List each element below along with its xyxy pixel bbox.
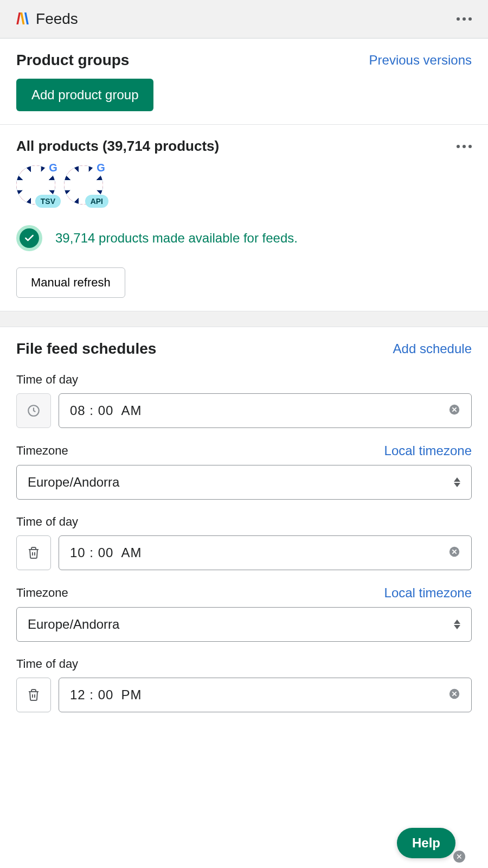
time-input[interactable]: 10 : 00AM: [59, 535, 472, 570]
status-text: 39,714 products made available for feeds…: [55, 231, 298, 246]
clock-icon: [16, 393, 51, 428]
select-chevron-icon: [454, 477, 460, 487]
select-chevron-icon: [454, 620, 460, 629]
app-logo: /\\: [16, 10, 28, 28]
clear-icon[interactable]: [448, 404, 460, 418]
google-icon: G: [93, 160, 108, 175]
add-schedule-link[interactable]: Add schedule: [393, 341, 472, 356]
feed-flags: G TSV G API: [16, 165, 472, 205]
time-value: 12 : 00: [70, 687, 113, 702]
timezone-select[interactable]: Europe/Andorra: [16, 607, 472, 642]
time-value: 08 : 00: [70, 403, 113, 418]
time-input[interactable]: 08 : 00AM: [59, 393, 472, 428]
time-of-day-label: Time of day: [16, 515, 472, 529]
time-of-day-label: Time of day: [16, 657, 472, 671]
time-ampm: AM: [121, 545, 142, 560]
time-input[interactable]: 12 : 00PM: [59, 678, 472, 712]
feed-type-badge: TSV: [35, 195, 61, 208]
timezone-label: Timezone: [16, 586, 68, 600]
time-of-day-label: Time of day: [16, 373, 472, 387]
trash-icon: [27, 546, 40, 559]
delete-schedule-button[interactable]: [16, 535, 51, 570]
previous-versions-link[interactable]: Previous versions: [369, 53, 472, 68]
clear-icon[interactable]: [448, 688, 460, 703]
more-menu-button[interactable]: [457, 17, 472, 21]
svg-marker-6: [454, 625, 460, 629]
delete-schedule-button[interactable]: [16, 678, 51, 712]
section-divider: [0, 311, 488, 327]
feed-flag-uk-api[interactable]: G API: [64, 165, 103, 205]
product-groups-section: Product groups Previous versions Add pro…: [0, 39, 488, 124]
timezone-value: Europe/Andorra: [28, 475, 119, 490]
time-ampm: PM: [121, 687, 142, 702]
svg-marker-5: [454, 620, 460, 624]
timezone-select[interactable]: Europe/Andorra: [16, 465, 472, 500]
manual-refresh-button[interactable]: Manual refresh: [16, 267, 125, 298]
local-timezone-link[interactable]: Local timezone: [384, 585, 472, 601]
schedules-heading: File feed schedules: [16, 340, 156, 358]
svg-marker-3: [454, 483, 460, 487]
success-icon: [16, 225, 42, 251]
time-ampm: AM: [121, 403, 142, 418]
page-title: Feeds: [36, 10, 78, 28]
timezone-value: Europe/Andorra: [28, 617, 119, 632]
group-title: All products (39,714 products): [16, 138, 219, 155]
time-value: 10 : 00: [70, 545, 113, 560]
feed-type-badge: API: [85, 195, 108, 208]
add-product-group-button[interactable]: Add product group: [16, 79, 153, 111]
local-timezone-link[interactable]: Local timezone: [384, 443, 472, 458]
availability-status: 39,714 products made available for feeds…: [16, 225, 472, 251]
group-more-menu-button[interactable]: [457, 145, 472, 148]
clear-icon[interactable]: [448, 546, 460, 560]
product-group-card: All products (39,714 products) G TSV G A…: [0, 124, 488, 311]
svg-marker-2: [454, 477, 460, 482]
trash-icon: [27, 688, 40, 701]
feed-flag-uk-tsv[interactable]: G TSV: [16, 165, 55, 205]
app-header: /\\ Feeds: [0, 0, 488, 39]
file-feed-schedules-section: File feed schedules Add schedule Time of…: [0, 327, 488, 731]
timezone-label: Timezone: [16, 444, 68, 458]
google-icon: G: [46, 160, 61, 175]
product-groups-heading: Product groups: [16, 52, 129, 69]
